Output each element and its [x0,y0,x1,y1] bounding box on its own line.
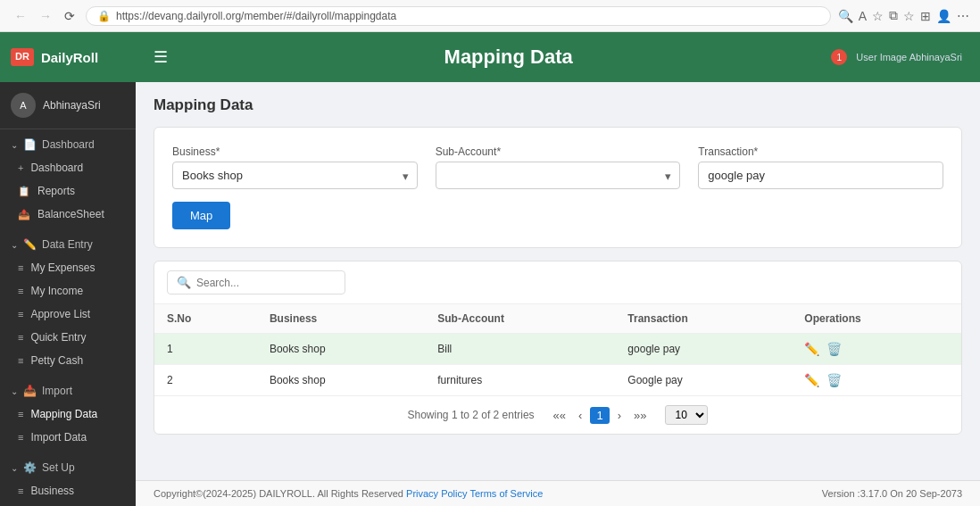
sidebar-item-myincome[interactable]: ≡ My Income [0,279,136,303]
pagination: «« ‹ 1 › »» [549,407,652,424]
reload-button[interactable]: ⟳ [61,7,79,25]
transaction-input[interactable] [698,162,943,189]
edit-icon[interactable]: ✏️ [804,373,819,387]
balance-icon: 📤 [18,209,30,220]
sidebar-group-header-dashboard[interactable]: ⌄ 📄 Dashboard [0,133,136,156]
mapping-form-card: Business* Books shop Sub-Account* [154,127,962,248]
footer-version: Version :3.17.0 On 20 Sep-2073 [822,488,962,499]
delete-icon[interactable]: 🗑️ [826,342,842,356]
bookmark-icon[interactable]: ☆ [903,9,915,23]
page-last-button[interactable]: »» [629,407,651,424]
star-icon[interactable]: ☆ [872,9,884,23]
search-input-wrap[interactable]: 🔍 [167,270,345,294]
transaction-label: Transaction* [698,145,943,158]
ops-cell: ✏️ 🗑️ [804,342,949,356]
search-lens-icon[interactable]: 🔍 [838,9,853,23]
cell-operations: ✏️ 🗑️ [792,365,961,396]
sidebar-item-pettycash[interactable]: ≡ Petty Cash [0,349,136,372]
logo-text: DailyRoll [41,50,98,65]
sidebar-group-setup: ⌄ ⚙️ Set Up ≡ Business [0,452,136,506]
profile-icon[interactable]: 👤 [936,9,951,23]
chevron-down-icon: ⌄ [11,140,18,150]
sidebar-item-quickentry[interactable]: ≡ Quick Entry [0,326,136,349]
lock-icon: 🔒 [97,10,111,22]
cell-subaccount: Bill [425,334,615,365]
cell-business: Books shop [257,334,425,365]
per-page-select[interactable]: 10 25 50 [665,405,708,425]
page-prev-button[interactable]: ‹ [574,407,586,424]
browser-navigation[interactable]: ← → ⟳ [11,7,79,25]
user-section: A AbhinayaSri [0,82,136,129]
avatar: A [11,93,36,118]
table-card: 🔍 S.No Business Sub-Account Transaction … [154,261,962,435]
list-icon: ≡ [18,309,23,319]
delete-icon[interactable]: 🗑️ [826,373,842,387]
sidebar-group-header-dataentry[interactable]: ⌄ ✏️ Data Entry [0,233,136,256]
content-area: Mapping Data Business* Books shop Sub-Ac… [136,82,980,480]
sidebar-item-dashboard[interactable]: + Dashboard [0,156,136,179]
page-1-button[interactable]: 1 [590,407,609,424]
sidebar-group-header-import[interactable]: ⌄ 📥 Import [0,379,136,402]
app-container: DR DailyRoll A AbhinayaSri ⌄ 📄 Dashboard… [0,32,980,506]
cell-sno: 1 [154,334,257,365]
user-image-label: User Image AbhinayaSri [856,52,962,62]
privacy-policy-link[interactable]: Privacy Policy [406,488,467,499]
split-icon[interactable]: ⧉ [889,8,898,23]
sidebar-item-mappingdata[interactable]: ≡ Mapping Data [0,402,136,426]
edit-icon[interactable]: ✏️ [804,342,819,356]
ops-cell: ✏️ 🗑️ [804,373,949,387]
col-operations: Operations [792,304,961,334]
subaccount-select[interactable] [436,162,681,189]
logo-icon: DR [11,48,34,65]
notification-badge[interactable]: 1 [831,49,847,65]
sidebar-item-balancesheet[interactable]: 📤 BalanceSheet [0,203,136,226]
back-button[interactable]: ← [11,7,30,25]
file-icon: 📄 [23,138,37,151]
business-select[interactable]: Books shop [172,162,418,189]
cell-operations: ✏️ 🗑️ [792,334,961,365]
menu-icon[interactable]: ⋯ [957,9,969,23]
plus-icon: + [18,162,23,173]
sidebar-group-dashboard: ⌄ 📄 Dashboard + Dashboard 📋 Reports 📤 Ba… [0,129,136,229]
table-row: 2 Books shop furnitures Google pay ✏️ 🗑️ [154,365,961,396]
sidebar-group-label-dashboard: Dashboard [42,138,95,151]
header-title: Mapping Data [186,46,831,69]
sidebar-item-myexpenses[interactable]: ≡ My Expenses [0,256,136,279]
forward-button[interactable]: → [36,7,55,25]
footer-copyright: Copyright©(2024-2025) DAILYROLL. All Rig… [154,488,543,499]
reports-icon: 📋 [18,186,30,197]
cell-transaction: Google pay [615,365,792,396]
sidebar-group-header-setup[interactable]: ⌄ ⚙️ Set Up [0,456,136,479]
gear-icon: ⚙️ [23,461,37,474]
col-subaccount: Sub-Account [425,304,615,334]
app-header: ☰ Mapping Data 1 User Image AbhinayaSri [136,32,980,82]
sidebar-item-importdata[interactable]: ≡ Import Data [0,426,136,449]
page-first-button[interactable]: «« [549,407,570,424]
list-icon: ≡ [18,485,23,496]
sidebar-item-approvelist[interactable]: ≡ Approve List [0,303,136,326]
font-icon[interactable]: A [859,9,867,23]
sidebar-username: AbhinayaSri [43,99,101,112]
chevron-down-icon: ⌄ [11,240,18,250]
table-toolbar: 🔍 [154,261,961,304]
extensions-icon[interactable]: ⊞ [920,9,931,23]
sidebar-item-reports[interactable]: 📋 Reports [0,179,136,203]
map-button[interactable]: Map [172,202,230,229]
page-next-button[interactable]: › [613,407,626,424]
sidebar-logo: DR DailyRoll [0,32,136,82]
search-input[interactable] [196,277,336,289]
list-icon: ≡ [18,332,23,343]
terms-link[interactable]: Terms of Service [469,488,543,499]
sidebar-item-business[interactable]: ≡ Business [0,479,136,502]
per-page-dropdown[interactable]: 10 25 50 [665,405,708,425]
browser-bar: ← → ⟳ 🔒 https://devang.dailyroll.org/mem… [0,0,980,32]
list-icon: ≡ [18,355,23,366]
business-select-wrapper[interactable]: Books shop [172,162,418,189]
table-row: 1 Books shop Bill google pay ✏️ 🗑️ [154,334,961,365]
header-right: 1 User Image AbhinayaSri [831,49,962,65]
page-title: Mapping Data [154,96,962,114]
showing-text: Showing 1 to 2 of 2 entries [408,409,535,421]
subaccount-select-wrapper[interactable] [436,162,681,189]
address-bar[interactable]: 🔒 https://devang.dailyroll.org/member/#/… [86,6,831,26]
hamburger-icon[interactable]: ☰ [154,47,168,67]
